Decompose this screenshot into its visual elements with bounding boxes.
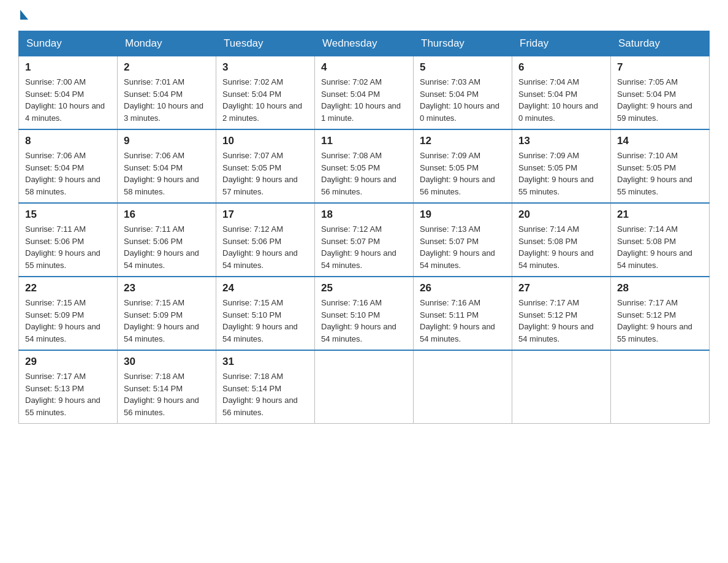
day-number: 3	[222, 61, 308, 74]
day-info: Sunrise: 7:12 AM Sunset: 5:06 PM Dayligh…	[222, 223, 308, 271]
calendar-cell: 31 Sunrise: 7:18 AM Sunset: 5:14 PM Dayl…	[216, 350, 315, 424]
calendar-cell: 23 Sunrise: 7:15 AM Sunset: 5:09 PM Dayl…	[118, 277, 216, 350]
calendar-cell: 3 Sunrise: 7:02 AM Sunset: 5:04 PM Dayli…	[216, 56, 315, 130]
page-header	[18, 12, 710, 18]
day-number: 9	[124, 135, 210, 147]
calendar-cell: 6 Sunrise: 7:04 AM Sunset: 5:04 PM Dayli…	[512, 56, 611, 130]
day-header-monday: Monday	[118, 31, 216, 56]
day-info: Sunrise: 7:15 AM Sunset: 5:09 PM Dayligh…	[25, 297, 111, 345]
day-number: 20	[518, 209, 604, 221]
logo	[18, 12, 28, 18]
day-number: 31	[222, 356, 308, 368]
day-number: 16	[124, 209, 210, 221]
calendar-cell: 13 Sunrise: 7:09 AM Sunset: 5:05 PM Dayl…	[512, 129, 611, 203]
calendar-cell: 30 Sunrise: 7:18 AM Sunset: 5:14 PM Dayl…	[118, 350, 216, 424]
calendar-cell: 10 Sunrise: 7:07 AM Sunset: 5:05 PM Dayl…	[216, 129, 315, 203]
day-info: Sunrise: 7:12 AM Sunset: 5:07 PM Dayligh…	[321, 223, 407, 271]
day-header-thursday: Thursday	[414, 31, 512, 56]
day-number: 28	[617, 282, 703, 294]
calendar-cell: 22 Sunrise: 7:15 AM Sunset: 5:09 PM Dayl…	[19, 277, 118, 350]
day-info: Sunrise: 7:11 AM Sunset: 5:06 PM Dayligh…	[124, 223, 210, 271]
calendar-cell: 5 Sunrise: 7:03 AM Sunset: 5:04 PM Dayli…	[414, 56, 512, 130]
day-info: Sunrise: 7:17 AM Sunset: 5:12 PM Dayligh…	[518, 297, 604, 345]
day-info: Sunrise: 7:03 AM Sunset: 5:04 PM Dayligh…	[420, 76, 506, 124]
logo-arrow-icon	[20, 10, 28, 20]
day-header-friday: Friday	[512, 31, 611, 56]
day-info: Sunrise: 7:01 AM Sunset: 5:04 PM Dayligh…	[124, 76, 210, 124]
calendar-cell: 26 Sunrise: 7:16 AM Sunset: 5:11 PM Dayl…	[414, 277, 512, 350]
day-header-saturday: Saturday	[611, 31, 710, 56]
day-info: Sunrise: 7:00 AM Sunset: 5:04 PM Dayligh…	[25, 76, 111, 124]
day-info: Sunrise: 7:07 AM Sunset: 5:05 PM Dayligh…	[222, 150, 308, 197]
calendar-cell: 18 Sunrise: 7:12 AM Sunset: 5:07 PM Dayl…	[315, 203, 414, 277]
calendar-cell: 27 Sunrise: 7:17 AM Sunset: 5:12 PM Dayl…	[512, 277, 611, 350]
day-info: Sunrise: 7:06 AM Sunset: 5:04 PM Dayligh…	[25, 150, 111, 197]
day-number: 19	[420, 209, 506, 221]
day-headers-row: SundayMondayTuesdayWednesdayThursdayFrid…	[19, 31, 710, 56]
calendar-cell: 1 Sunrise: 7:00 AM Sunset: 5:04 PM Dayli…	[19, 56, 118, 130]
day-number: 18	[321, 209, 407, 221]
day-info: Sunrise: 7:17 AM Sunset: 5:13 PM Dayligh…	[25, 370, 111, 418]
day-info: Sunrise: 7:14 AM Sunset: 5:08 PM Dayligh…	[518, 223, 604, 271]
day-number: 4	[321, 61, 407, 74]
day-header-sunday: Sunday	[19, 31, 118, 56]
day-info: Sunrise: 7:18 AM Sunset: 5:14 PM Dayligh…	[222, 370, 308, 418]
calendar-cell	[512, 350, 611, 424]
day-info: Sunrise: 7:11 AM Sunset: 5:06 PM Dayligh…	[25, 223, 111, 271]
day-info: Sunrise: 7:15 AM Sunset: 5:09 PM Dayligh…	[124, 297, 210, 345]
logo-line1	[18, 12, 28, 20]
day-number: 17	[222, 209, 308, 221]
calendar-cell: 7 Sunrise: 7:05 AM Sunset: 5:04 PM Dayli…	[611, 56, 710, 130]
week-row-2: 8 Sunrise: 7:06 AM Sunset: 5:04 PM Dayli…	[19, 129, 710, 203]
week-row-1: 1 Sunrise: 7:00 AM Sunset: 5:04 PM Dayli…	[19, 56, 710, 130]
calendar-table: SundayMondayTuesdayWednesdayThursdayFrid…	[18, 31, 710, 424]
week-row-4: 22 Sunrise: 7:15 AM Sunset: 5:09 PM Dayl…	[19, 277, 710, 350]
day-number: 12	[420, 135, 506, 147]
calendar-cell	[611, 350, 710, 424]
day-number: 15	[25, 209, 111, 221]
calendar-cell: 15 Sunrise: 7:11 AM Sunset: 5:06 PM Dayl…	[19, 203, 118, 277]
day-number: 2	[124, 61, 210, 74]
day-info: Sunrise: 7:16 AM Sunset: 5:10 PM Dayligh…	[321, 297, 407, 345]
calendar-cell: 4 Sunrise: 7:02 AM Sunset: 5:04 PM Dayli…	[315, 56, 414, 130]
calendar-cell: 28 Sunrise: 7:17 AM Sunset: 5:12 PM Dayl…	[611, 277, 710, 350]
calendar-cell: 25 Sunrise: 7:16 AM Sunset: 5:10 PM Dayl…	[315, 277, 414, 350]
day-number: 27	[518, 282, 604, 294]
day-info: Sunrise: 7:17 AM Sunset: 5:12 PM Dayligh…	[617, 297, 703, 345]
day-number: 14	[617, 135, 703, 147]
day-number: 30	[124, 356, 210, 368]
day-number: 13	[518, 135, 604, 147]
day-number: 24	[222, 282, 308, 294]
day-number: 11	[321, 135, 407, 147]
day-info: Sunrise: 7:18 AM Sunset: 5:14 PM Dayligh…	[124, 370, 210, 418]
calendar-cell: 14 Sunrise: 7:10 AM Sunset: 5:05 PM Dayl…	[611, 129, 710, 203]
day-number: 8	[25, 135, 111, 147]
week-row-5: 29 Sunrise: 7:17 AM Sunset: 5:13 PM Dayl…	[19, 350, 710, 424]
day-number: 26	[420, 282, 506, 294]
day-number: 22	[25, 282, 111, 294]
day-number: 23	[124, 282, 210, 294]
calendar-cell: 2 Sunrise: 7:01 AM Sunset: 5:04 PM Dayli…	[118, 56, 216, 130]
day-number: 5	[420, 61, 506, 74]
day-number: 6	[518, 61, 604, 74]
day-number: 25	[321, 282, 407, 294]
day-info: Sunrise: 7:08 AM Sunset: 5:05 PM Dayligh…	[321, 150, 407, 197]
week-row-3: 15 Sunrise: 7:11 AM Sunset: 5:06 PM Dayl…	[19, 203, 710, 277]
calendar-cell: 16 Sunrise: 7:11 AM Sunset: 5:06 PM Dayl…	[118, 203, 216, 277]
calendar-cell: 24 Sunrise: 7:15 AM Sunset: 5:10 PM Dayl…	[216, 277, 315, 350]
day-info: Sunrise: 7:09 AM Sunset: 5:05 PM Dayligh…	[420, 150, 506, 197]
day-info: Sunrise: 7:14 AM Sunset: 5:08 PM Dayligh…	[617, 223, 703, 271]
day-number: 1	[25, 61, 111, 74]
day-info: Sunrise: 7:02 AM Sunset: 5:04 PM Dayligh…	[321, 76, 407, 124]
day-info: Sunrise: 7:13 AM Sunset: 5:07 PM Dayligh…	[420, 223, 506, 271]
day-header-wednesday: Wednesday	[315, 31, 414, 56]
day-number: 10	[222, 135, 308, 147]
day-info: Sunrise: 7:10 AM Sunset: 5:05 PM Dayligh…	[617, 150, 703, 197]
calendar-cell: 8 Sunrise: 7:06 AM Sunset: 5:04 PM Dayli…	[19, 129, 118, 203]
calendar-cell: 11 Sunrise: 7:08 AM Sunset: 5:05 PM Dayl…	[315, 129, 414, 203]
day-info: Sunrise: 7:05 AM Sunset: 5:04 PM Dayligh…	[617, 76, 703, 124]
day-number: 21	[617, 209, 703, 221]
calendar-cell: 9 Sunrise: 7:06 AM Sunset: 5:04 PM Dayli…	[118, 129, 216, 203]
day-info: Sunrise: 7:09 AM Sunset: 5:05 PM Dayligh…	[518, 150, 604, 197]
day-number: 7	[617, 61, 703, 74]
